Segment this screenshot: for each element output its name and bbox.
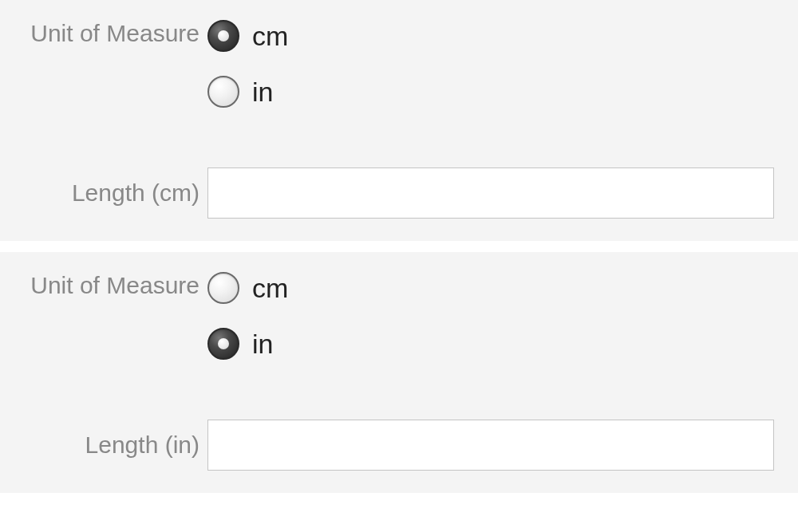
length-input-wrapper xyxy=(207,420,782,471)
form-panel: Unit of Measure cm in Length (cm) xyxy=(0,0,798,241)
unit-radio-group: cm in xyxy=(207,16,782,128)
radio-icon xyxy=(207,76,239,108)
radio-label-in: in xyxy=(252,329,273,360)
length-input-wrapper xyxy=(207,167,782,219)
radio-option-cm[interactable]: cm xyxy=(207,16,782,56)
radio-label-cm: cm xyxy=(252,273,288,304)
unit-of-measure-row: Unit of Measure cm in xyxy=(0,16,782,128)
length-row: Length (cm) xyxy=(0,167,782,219)
radio-option-in[interactable]: in xyxy=(207,72,782,112)
radio-option-cm[interactable]: cm xyxy=(207,268,782,308)
unit-of-measure-label: Unit of Measure xyxy=(0,16,207,51)
radio-icon xyxy=(207,272,239,304)
unit-radio-group: cm in xyxy=(207,268,782,380)
radio-option-in[interactable]: in xyxy=(207,324,782,364)
radio-icon xyxy=(207,328,239,360)
length-label: Length (cm) xyxy=(0,175,207,211)
length-input[interactable] xyxy=(207,420,774,471)
unit-of-measure-label: Unit of Measure xyxy=(0,268,207,303)
form-panel: Unit of Measure cm in Length (in) xyxy=(0,252,798,493)
radio-label-in: in xyxy=(252,77,273,108)
radio-label-cm: cm xyxy=(252,21,288,52)
length-input[interactable] xyxy=(207,167,774,219)
unit-of-measure-row: Unit of Measure cm in xyxy=(0,268,782,380)
length-row: Length (in) xyxy=(0,420,782,471)
radio-icon xyxy=(207,20,239,52)
length-label: Length (in) xyxy=(0,428,207,463)
